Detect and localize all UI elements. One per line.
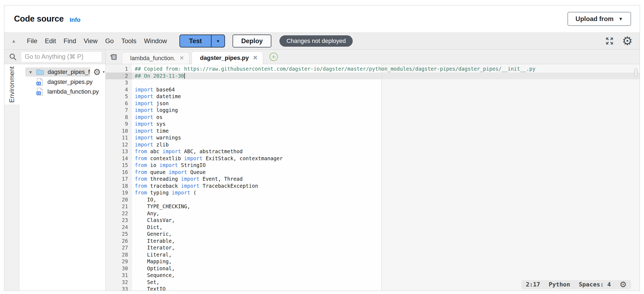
gutter-line-number[interactable]: 13 (106, 148, 132, 155)
code-line[interactable]: from threading import Event, Thread (132, 176, 640, 183)
code-line[interactable]: import os (132, 114, 640, 121)
tab-dagster-pipes[interactable]: dagster_pipes.py × (192, 51, 263, 64)
gutter-line-number[interactable]: 3 (106, 79, 132, 86)
code-line[interactable]: Mapping, (132, 258, 640, 265)
tree-file-item[interactable]: lambda_function.py (19, 87, 105, 97)
gutter-line-number[interactable]: 8 (106, 114, 132, 121)
collapse-panel-icon[interactable]: ▲ (11, 38, 16, 44)
close-icon[interactable]: × (180, 54, 184, 62)
code-line[interactable]: Optional, (132, 265, 640, 272)
file-list-icon[interactable] (110, 53, 117, 61)
sidebar: Environment ▼ dagster_pip (4, 50, 106, 290)
gutter-line-number[interactable]: 6 (106, 100, 132, 107)
code-line[interactable]: import zlib (132, 141, 640, 148)
settings-gear-icon[interactable]: ⚙ (622, 35, 633, 47)
gutter-line-number[interactable]: 23 (106, 217, 132, 224)
code-line[interactable]: from traceback import TracebackException (132, 183, 640, 190)
test-options-button[interactable]: ▼ (212, 35, 224, 47)
gutter-line-number[interactable]: 17 (106, 176, 132, 183)
deploy-button[interactable]: Deploy (233, 35, 271, 47)
code-area[interactable]: ## Copied from: https://raw.githubuserco… (132, 64, 640, 290)
gutter-line-number[interactable]: 24 (106, 224, 132, 231)
code-line[interactable]: from queue import Queue (132, 169, 640, 176)
tab-environment[interactable]: Environment (4, 64, 19, 105)
code-line[interactable]: Dict, (132, 224, 640, 231)
code-line[interactable]: ClassVar, (132, 217, 640, 224)
search-input[interactable] (21, 52, 102, 62)
gutter-line-number[interactable]: 5 (106, 93, 132, 100)
code-line[interactable]: ## Copied from: https://raw.githubuserco… (132, 66, 640, 73)
indentation-setting[interactable]: Spaces: 4 (579, 281, 611, 288)
cursor-position[interactable]: 2:17 (526, 281, 540, 288)
menu-edit[interactable]: Edit (41, 37, 60, 45)
gutter-line-number[interactable]: 15 (106, 162, 132, 169)
menu-window[interactable]: Window (140, 37, 171, 45)
fullscreen-icon[interactable] (605, 36, 614, 46)
menu-find[interactable]: Find (60, 37, 80, 45)
gutter-line-number[interactable]: 22 (106, 210, 132, 217)
search-icon[interactable] (9, 53, 17, 61)
code-line[interactable]: import warnings (132, 134, 640, 141)
add-tab-icon[interactable]: + (269, 53, 278, 61)
gutter-line-number[interactable]: 21 (106, 203, 132, 210)
menu-go[interactable]: Go (101, 37, 117, 45)
editor-settings-gear-icon[interactable]: ⚙ (619, 281, 627, 289)
close-icon[interactable]: × (253, 54, 257, 61)
code-line[interactable]: import datetime (132, 93, 640, 100)
upload-from-button[interactable]: Upload from ▼ (567, 12, 631, 26)
code-line[interactable] (132, 79, 640, 86)
tree-file-item[interactable]: dagster_pipes.py (19, 77, 105, 87)
code-line[interactable]: Generic, (132, 231, 640, 238)
gutter-line-number[interactable]: 18 (106, 183, 132, 190)
menu-view[interactable]: View (80, 37, 102, 45)
gutter-line-number[interactable]: 4 (106, 86, 132, 93)
vertical-scrollbar-thumb[interactable] (634, 69, 638, 77)
gutter-line-number[interactable]: 19 (106, 189, 132, 196)
info-link[interactable]: Info (70, 16, 80, 23)
code-line[interactable]: import base64 (132, 86, 640, 93)
gutter-line-number[interactable]: 30 (106, 265, 132, 272)
gutter-line-number[interactable]: 10 (106, 128, 132, 135)
gutter-line-number[interactable]: 12 (106, 141, 132, 148)
gutter-line-number[interactable]: 31 (106, 272, 132, 279)
menu-tools[interactable]: Tools (117, 37, 140, 45)
code-line[interactable]: ## On 2023-11-30 (132, 73, 640, 80)
gutter-line-number[interactable]: 14 (106, 155, 132, 162)
code-line[interactable]: from io import StringIO (132, 162, 640, 169)
gutter-line-number[interactable]: 9 (106, 121, 132, 128)
code-line[interactable]: import sys (132, 121, 640, 128)
code-line[interactable]: Iterator, (132, 244, 640, 251)
gutter-line-number[interactable]: 29 (106, 258, 132, 265)
code-text: base64 (153, 87, 175, 93)
code-line[interactable]: import json (132, 100, 640, 107)
gutter-line-number[interactable]: 25 (106, 231, 132, 238)
code-line[interactable]: Sequence, (132, 272, 640, 279)
test-button[interactable]: Test (180, 35, 212, 47)
menu-file[interactable]: File (23, 37, 41, 45)
language-mode[interactable]: Python (549, 281, 570, 288)
code-line[interactable]: TYPE_CHECKING, (132, 203, 640, 210)
gutter-line-number[interactable]: 26 (106, 238, 132, 245)
code-line[interactable]: Any, (132, 210, 640, 217)
gutter-line-number[interactable]: 28 (106, 251, 132, 258)
code-line[interactable]: IO, (132, 196, 640, 203)
folder-settings-button[interactable]: ⚙ ▼ (93, 68, 105, 76)
tab-lambda-function[interactable]: lambda_function. × (122, 52, 189, 64)
code-line[interactable]: Literal, (132, 251, 640, 258)
gutter-line-number[interactable]: 1 (106, 66, 132, 73)
gutter-line-number[interactable]: 2 (106, 73, 132, 80)
gutter-line-number[interactable]: 16 (106, 169, 132, 176)
code-line[interactable]: import logging (132, 107, 640, 114)
gutter-line-number[interactable]: 33 (106, 286, 132, 290)
tree-folder-item[interactable]: ▼ dagster_pipes_funct (25, 67, 90, 77)
code-line[interactable]: import time (132, 128, 640, 135)
code-line[interactable]: from abc import ABC, abstractmethod (132, 148, 640, 155)
gutter-line-number[interactable]: 27 (106, 244, 132, 251)
gutter-line-number[interactable]: 7 (106, 107, 132, 114)
gutter-line-number[interactable]: 11 (106, 134, 132, 141)
code-line[interactable]: Iterable, (132, 238, 640, 245)
gutter-line-number[interactable]: 32 (106, 279, 132, 286)
gutter-line-number[interactable]: 20 (106, 196, 132, 203)
code-line[interactable]: from contextlib import ExitStack, contex… (132, 155, 640, 162)
code-line[interactable]: from typing import ( (132, 189, 640, 196)
